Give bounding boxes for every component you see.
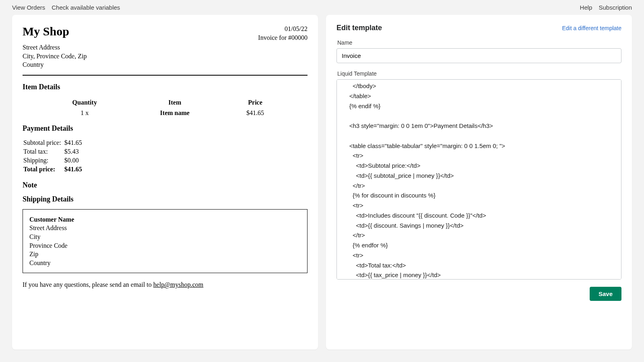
note-heading: Note: [23, 181, 308, 189]
divider: [23, 75, 308, 76]
view-orders-link[interactable]: View Orders: [12, 4, 45, 11]
footer-email-link[interactable]: help@myshop.com: [153, 281, 204, 288]
items-table: Quantity Item Price 1 x Item name $41.65: [43, 97, 288, 119]
item-row: 1 x Item name $41.65: [43, 108, 287, 118]
save-button[interactable]: Save: [590, 287, 621, 301]
shipping-label: Shipping:: [23, 156, 64, 165]
liquid-field-label: Liquid Template: [337, 70, 621, 77]
col-quantity: Quantity: [43, 98, 126, 107]
ship-line5: Country: [29, 259, 301, 267]
shop-name: My Shop: [23, 25, 87, 38]
liquid-code[interactable]: </tbody> </table> {% endif %} <h3 style=…: [337, 81, 621, 280]
col-price: Price: [224, 98, 287, 107]
shipping-details-heading: Shipping Details: [23, 195, 308, 204]
template-name-input[interactable]: [336, 48, 621, 63]
footer-text: If you have any questions, please send a…: [23, 281, 153, 288]
payment-details-heading: Payment Details: [23, 124, 308, 133]
invoice-preview-panel: My Shop Street Address City, Province Co…: [12, 15, 318, 350]
ship-line4: Zip: [29, 250, 301, 259]
item-qty: 1 x: [43, 108, 126, 118]
edit-different-template-link[interactable]: Edit a different template: [562, 25, 621, 31]
footer-note: If you have any questions, please send a…: [23, 281, 308, 288]
name-field-label: Name: [337, 39, 621, 46]
check-variables-link[interactable]: Check available variables: [52, 4, 120, 11]
shop-address-line2: City, Province Code, Zip: [23, 52, 87, 61]
item-name: Item name: [127, 108, 223, 118]
topbar: View Orders Check available variables He…: [0, 0, 644, 15]
template-editor-panel: Edit template Edit a different template …: [326, 15, 632, 350]
item-price: $41.65: [224, 108, 287, 118]
help-link[interactable]: Help: [580, 4, 592, 11]
shop-address-line1: Street Address: [23, 43, 87, 52]
shipping-address-box: Customer Name Street Address City Provin…: [23, 209, 308, 274]
invoice-date: 01/05/22: [258, 25, 308, 33]
item-details-heading: Item Details: [23, 83, 308, 91]
ship-line2: City: [29, 232, 301, 241]
shipping-value: $0.00: [64, 156, 85, 165]
subtotal-label: Subtotal price:: [23, 138, 64, 147]
subtotal-value: $41.65: [64, 138, 85, 147]
col-item: Item: [127, 98, 223, 107]
payment-table: Subtotal price: $41.65 Total tax: $5.43 …: [23, 138, 85, 174]
edit-template-heading: Edit template: [336, 24, 382, 32]
total-value: $41.65: [64, 165, 85, 174]
customer-name: Customer Name: [29, 215, 301, 224]
subscription-link[interactable]: Subscription: [599, 4, 632, 11]
invoice-number: Invoice for #00000: [258, 33, 308, 42]
tax-label: Total tax:: [23, 147, 64, 156]
liquid-template-editor[interactable]: </tbody> </table> {% endif %} <h3 style=…: [336, 79, 621, 280]
ship-line3: Province Code: [29, 241, 301, 250]
shop-address-line3: Country: [23, 60, 87, 69]
tax-value: $5.43: [64, 147, 85, 156]
total-label: Total price:: [23, 165, 64, 174]
ship-line1: Street Address: [29, 224, 301, 232]
